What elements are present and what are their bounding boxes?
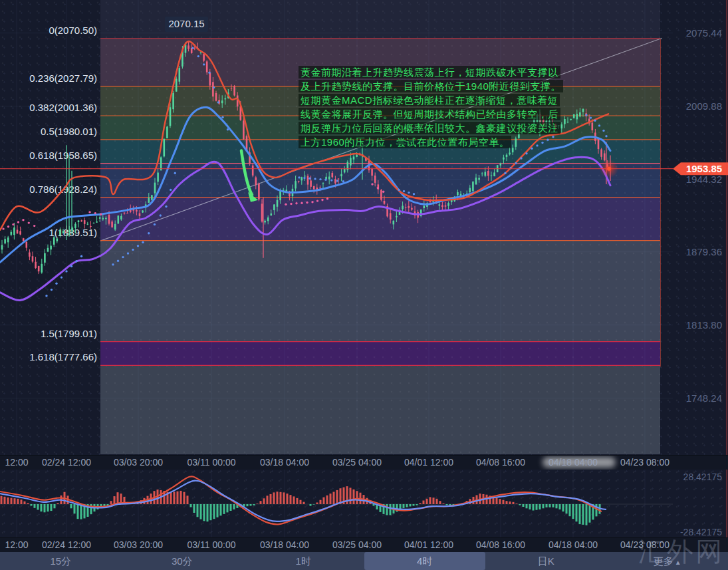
y-axis-label: 2009.88	[686, 100, 722, 112]
x-axis-label: 12:00	[5, 538, 28, 552]
x-axis-label: 04/08 16:00	[476, 456, 525, 470]
y-axis-label: 2075.44	[686, 27, 722, 39]
tab-1h[interactable]: 1时	[243, 552, 364, 570]
annotation-line: 上方1960的压力位，尝试在此位置布局空单。	[299, 135, 563, 149]
fib-level-label: 0(2070.50)	[49, 25, 97, 36]
y-axis-label: 1879.36	[686, 246, 722, 257]
y-axis-label: 1813.80	[686, 319, 722, 331]
main-price-chart[interactable]: 2075.442009.881944.321879.361813.801748.…	[0, 0, 728, 455]
x-axis-label: 02/24 12:00	[42, 538, 91, 552]
annotation-line: 线黄金将展开反弹。但短周期技术结构已经由多转空，后	[299, 107, 563, 121]
annotation-line: 及上升趋势线的支撑。目前价格位于1940附近得到支撑。	[299, 79, 563, 93]
x-axis-label: 04/23 08:00	[620, 538, 669, 552]
x-axis-label: 03/25 04:00	[332, 538, 382, 552]
fib-level-label: 0.236(2027.79)	[29, 72, 97, 84]
x-axis-label: 04/08 16:00	[476, 538, 525, 552]
tab-15min[interactable]: 15分	[0, 552, 122, 570]
x-axis-label: 03/18 04:00	[260, 538, 309, 552]
tab-daily[interactable]: 日K	[485, 552, 607, 570]
trading-chart-app: 2075.442009.881944.321879.361813.801748.…	[0, 0, 728, 570]
x-axis-label: 12:00	[5, 456, 28, 470]
svg-text:2070.15: 2070.15	[168, 18, 204, 29]
fib-level-label: 1.5(1799.01)	[41, 328, 97, 339]
tab-30min[interactable]: 30分	[122, 552, 243, 570]
x-axis-label: 03/11 00:00	[187, 538, 236, 552]
y-axis-label: 1944.32	[686, 174, 722, 185]
x-axis-label: 03/25 04:00	[332, 456, 382, 470]
tab-4h[interactable]: 4时	[364, 552, 486, 570]
annotation-line: 期反弹压力位后回落的概率依旧较大。鑫豪建议投资关注	[299, 121, 563, 135]
x-axis-label: 04/18 04:00	[548, 456, 598, 470]
y-axis-label: 1748.24	[686, 392, 722, 404]
tab-more[interactable]: 更多▲	[607, 552, 728, 570]
analysis-annotation: 黄金前期沿着上升趋势线震荡上行，短期跌破水平支撑以及上升趋势线的支撑。目前价格位…	[299, 65, 563, 149]
x-axis-label: 04/23 08:00	[620, 456, 669, 470]
x-axis-label: 04/01 12:00	[404, 456, 453, 470]
x-axis-label: 04/18 04:00	[548, 538, 598, 552]
macd-max-label: 28.42175	[683, 472, 723, 482]
x-axis-label: 03/11 00:00	[187, 456, 236, 470]
fib-level-label: 1.618(1777.66)	[29, 351, 97, 362]
x-axis-label: 04/01 12:00	[404, 538, 453, 552]
x-axis-label: 03/03 20:00	[114, 538, 163, 552]
price-badge: 1953.85	[673, 162, 728, 175]
timeframe-tabbar: 15分30分1时4时日K更多▲	[0, 552, 728, 570]
x-axis-label: 03/18 04:00	[260, 456, 309, 470]
time-axis-main: 12:0002/24 12:0003/03 20:0003/11 00:0003…	[0, 455, 728, 470]
x-axis-label: 02/24 12:00	[42, 456, 91, 470]
fib-level-label: 0.618(1958.65)	[29, 150, 97, 161]
macd-canvas[interactable]: 28.42175-28.42175	[0, 470, 728, 537]
svg-text:1953.85: 1953.85	[686, 163, 722, 174]
x-axis-label: 03/03 20:00	[114, 456, 163, 470]
chevron-up-icon: ▲	[675, 559, 681, 566]
fib-level-label: 0.5(1980.01)	[41, 126, 97, 137]
macd-min-label: -28.42175	[680, 527, 722, 537]
annotation-line: 短期黄金MACD指标绿色动能柱正在逐渐缩短，意味着短	[299, 93, 563, 107]
annotation-line: 黄金前期沿着上升趋势线震荡上行，短期跌破水平支撑以	[299, 65, 563, 79]
macd-panel[interactable]: 28.42175-28.42175	[0, 470, 728, 537]
time-axis-macd: 12:0002/24 12:0003/03 20:0003/11 00:0003…	[0, 537, 728, 552]
fib-level-label: 0.382(2001.36)	[29, 102, 97, 113]
